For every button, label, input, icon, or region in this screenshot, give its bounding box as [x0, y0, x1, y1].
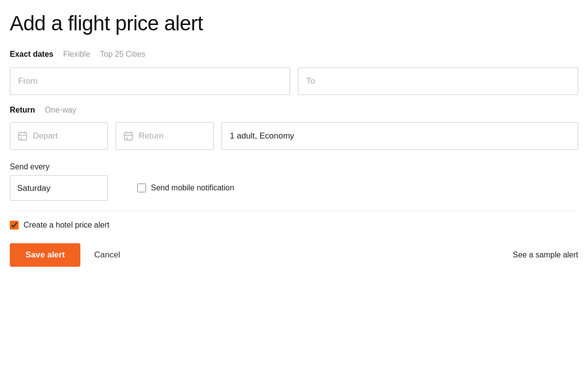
actions-row: Save alert Cancel See a sample alert [10, 243, 578, 267]
depart-field[interactable]: Depart [10, 122, 108, 150]
passengers-value: 1 adult, Economy [230, 131, 294, 141]
to-input[interactable] [298, 68, 578, 95]
svg-rect-0 [19, 133, 27, 140]
passengers-field[interactable]: 1 adult, Economy [221, 122, 578, 150]
send-every-label: Send every [10, 162, 578, 171]
tab-top25[interactable]: Top 25 Cities [100, 49, 146, 60]
send-every-row: Saturday Daily Monday Tuesday Wednesday … [10, 175, 578, 201]
from-input[interactable] [10, 68, 290, 95]
trip-type-row: Return One-way [10, 106, 578, 115]
from-to-row [10, 68, 578, 95]
tab-flexible[interactable]: Flexible [63, 49, 90, 60]
hotel-alert-checkbox[interactable] [10, 221, 19, 230]
depart-placeholder: Depart [33, 131, 58, 141]
return-placeholder: Return [139, 131, 164, 141]
date-tabs: Exact dates Flexible Top 25 Cities [10, 49, 578, 60]
tab-exact-dates[interactable]: Exact dates [10, 49, 53, 60]
mobile-notif-label: Send mobile notification [151, 184, 234, 192]
dates-pax-row: Depart Return 1 adult, Economy [10, 122, 578, 150]
cancel-button[interactable]: Cancel [90, 243, 124, 267]
divider [10, 210, 578, 211]
mobile-notif-checkbox[interactable] [137, 184, 146, 192]
return-date-field[interactable]: Return [116, 122, 214, 150]
depart-calendar-icon [17, 131, 28, 141]
trip-return-label[interactable]: Return [10, 106, 35, 115]
sample-alert-link[interactable]: See a sample alert [513, 251, 578, 259]
mobile-notif-row: Send mobile notification [137, 184, 234, 192]
hotel-alert-label: Create a hotel price alert [24, 221, 109, 230]
hotel-alert-row: Create a hotel price alert [10, 221, 578, 230]
trip-oneway-label[interactable]: One-way [45, 106, 76, 115]
page-title: Add a flight price alert [10, 12, 578, 35]
send-every-section: Send every Saturday Daily Monday Tuesday… [10, 162, 578, 201]
save-alert-button[interactable]: Save alert [10, 243, 80, 267]
return-calendar-icon [123, 131, 134, 141]
send-every-select[interactable]: Saturday Daily Monday Tuesday Wednesday … [10, 175, 108, 201]
svg-rect-4 [124, 133, 133, 140]
